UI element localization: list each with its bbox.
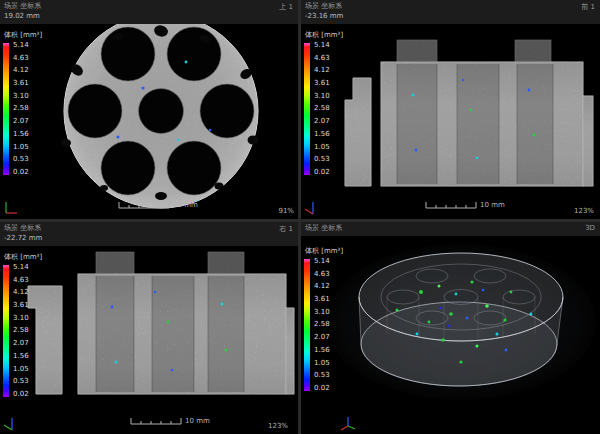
colorbar-title: 体积 [mm³] xyxy=(305,30,346,40)
slice-position-label: -22.72 mm xyxy=(4,233,42,243)
colorbar-tick-label: 1.56 xyxy=(314,131,330,138)
workspace-grid: 场景 坐标系 19.02 mm 上 1 体积 [mm³] 5.144.634.1… xyxy=(0,0,600,434)
colorbar-tick-label: 1.05 xyxy=(13,144,29,151)
colorbar-title: 体积 [mm³] xyxy=(305,246,346,256)
viewport-top-slice[interactable]: 场景 坐标系 19.02 mm 上 1 体积 [mm³] 5.144.634.1… xyxy=(0,0,298,219)
coordinate-system-label: 场景 坐标系 xyxy=(305,1,343,11)
colorbar-tick-label: 5.14 xyxy=(314,258,330,265)
colorbar-tick-label: 4.12 xyxy=(314,283,330,290)
scale-ruler: 10 mm xyxy=(425,201,505,209)
colorbar-tick-label: 3.10 xyxy=(13,93,29,100)
orientation-axes-icon xyxy=(304,200,320,219)
ruler-icon xyxy=(425,201,477,209)
colorbar-tick-label: 0.53 xyxy=(13,378,29,385)
view-header: 场景 坐标系 -23.16 mm xyxy=(305,1,343,21)
ruler-icon xyxy=(130,417,182,425)
viewport-front-slice[interactable]: 场景 坐标系 -23.16 mm 前 1 体积 [mm³] 5.144.634.… xyxy=(301,0,600,219)
colorbar-tick-label: 0.53 xyxy=(13,156,29,163)
colorbar-tick-label: 0.02 xyxy=(314,385,330,392)
colorbar-tick-label: 5.14 xyxy=(13,264,29,271)
colorbar-tick-label: 4.12 xyxy=(314,67,330,74)
colorbar-title: 体积 [mm³] xyxy=(4,252,45,262)
scale-ruler: 10 mm xyxy=(130,417,210,425)
ruler-icon xyxy=(118,201,170,209)
colorbar-tick-labels: 5.144.634.123.613.102.582.071.561.050.53… xyxy=(314,258,330,392)
colorbar-tick-label: 2.58 xyxy=(314,321,330,328)
colorbar: 体积 [mm³] 5.144.634.123.613.102.582.071.5… xyxy=(3,30,45,176)
scale-ruler-label: 15 mm xyxy=(173,201,198,209)
zoom-level-badge: 91% xyxy=(278,207,294,215)
zoom-level-badge: 123% xyxy=(574,207,594,215)
colorbar-tick-label: 3.10 xyxy=(314,309,330,316)
colorbar: 体积 [mm³] 5.144.634.123.613.102.582.071.5… xyxy=(304,246,346,392)
colorbar-tick-labels: 5.144.634.123.613.102.582.071.561.050.53… xyxy=(13,42,29,176)
colorbar-tick-label: 2.07 xyxy=(13,118,29,125)
colorbar-gradient[interactable] xyxy=(304,259,310,391)
view-header-bar xyxy=(301,222,600,236)
colorbar-tick-label: 4.63 xyxy=(13,277,29,284)
translucent-part xyxy=(359,253,563,386)
colorbar-tick-label: 2.07 xyxy=(13,340,29,347)
colorbar-tick-label: 2.58 xyxy=(314,105,330,112)
colorbar-gradient[interactable] xyxy=(304,43,310,175)
view-header-bar xyxy=(301,0,600,24)
orientation-axes-icon xyxy=(3,416,19,434)
view-tag: 前 1 xyxy=(581,2,595,12)
colorbar-tick-label: 4.63 xyxy=(13,55,29,62)
colorbar-gradient[interactable] xyxy=(3,265,9,397)
colorbar-tick-label: 3.10 xyxy=(13,315,29,322)
colorbar-tick-label: 2.07 xyxy=(314,334,330,341)
colorbar-tick-label: 1.05 xyxy=(314,360,330,367)
scale-ruler: 15 mm xyxy=(118,201,198,209)
view-header-bar xyxy=(0,222,298,246)
scale-ruler-label: 10 mm xyxy=(480,201,505,209)
colorbar-tick-label: 1.05 xyxy=(314,144,330,151)
scale-ruler-label: 10 mm xyxy=(185,417,210,425)
view-header: 场景 坐标系 xyxy=(305,223,342,233)
colorbar-tick-label: 1.05 xyxy=(13,366,29,373)
coordinate-system-label: 场景 坐标系 xyxy=(4,223,42,233)
colorbar-tick-labels: 5.144.634.123.613.102.582.071.561.050.53… xyxy=(13,264,29,398)
colorbar-tick-label: 5.14 xyxy=(13,42,29,49)
colorbar-tick-label: 2.58 xyxy=(13,105,29,112)
view-tag: 右 1 xyxy=(279,224,293,234)
colorbar-gradient[interactable] xyxy=(3,43,9,175)
colorbar-tick-label: 5.14 xyxy=(314,42,330,49)
colorbar-tick-label: 3.10 xyxy=(314,93,330,100)
colorbar-tick-label: 4.12 xyxy=(13,67,29,74)
colorbar-tick-label: 1.56 xyxy=(13,131,29,138)
colorbar-tick-label: 2.58 xyxy=(13,327,29,334)
colorbar-tick-label: 3.61 xyxy=(13,302,29,309)
colorbar-tick-label: 1.56 xyxy=(314,347,330,354)
colorbar-tick-label: 0.02 xyxy=(13,391,29,398)
colorbar: 体积 [mm³] 5.144.634.123.613.102.582.071.5… xyxy=(3,252,45,398)
colorbar-tick-label: 1.56 xyxy=(13,353,29,360)
colorbar-tick-label: 0.02 xyxy=(314,169,330,176)
colorbar-tick-label: 0.53 xyxy=(314,372,330,379)
zoom-level-badge: 123% xyxy=(268,422,288,430)
viewport-3d[interactable]: 场景 坐标系 3D 体积 [mm³] 5.144.634.123.613.102… xyxy=(301,222,600,434)
view-header: 场景 坐标系 19.02 mm xyxy=(4,1,41,21)
colorbar-tick-label: 3.61 xyxy=(13,80,29,87)
slice-position-label: -23.16 mm xyxy=(305,11,343,21)
colorbar-tick-label: 3.61 xyxy=(314,296,330,303)
colorbar-tick-label: 3.61 xyxy=(314,80,330,87)
colorbar-tick-label: 4.63 xyxy=(314,271,330,278)
coordinate-system-label: 场景 坐标系 xyxy=(305,223,342,233)
view-tag: 3D xyxy=(585,224,595,232)
viewport-right-slice[interactable]: 场景 坐标系 -22.72 mm 右 1 体积 [mm³] 5.144.634.… xyxy=(0,222,298,434)
colorbar-tick-label: 0.02 xyxy=(13,169,29,176)
colorbar-tick-label: 2.07 xyxy=(314,118,330,125)
colorbar-tick-label: 4.63 xyxy=(314,55,330,62)
orientation-axes-icon xyxy=(3,200,19,219)
colorbar: 体积 [mm³] 5.144.634.123.613.102.582.071.5… xyxy=(304,30,346,176)
view-header-bar xyxy=(0,0,298,24)
coordinate-system-label: 场景 坐标系 xyxy=(4,1,41,11)
view-header: 场景 坐标系 -22.72 mm xyxy=(4,223,42,243)
colorbar-tick-label: 4.12 xyxy=(13,289,29,296)
colorbar-tick-label: 0.53 xyxy=(314,156,330,163)
view-tag: 上 1 xyxy=(279,2,293,12)
slice-position-label: 19.02 mm xyxy=(4,11,41,21)
orientation-axes-icon xyxy=(339,414,357,434)
colorbar-tick-labels: 5.144.634.123.613.102.582.071.561.050.53… xyxy=(314,42,330,176)
